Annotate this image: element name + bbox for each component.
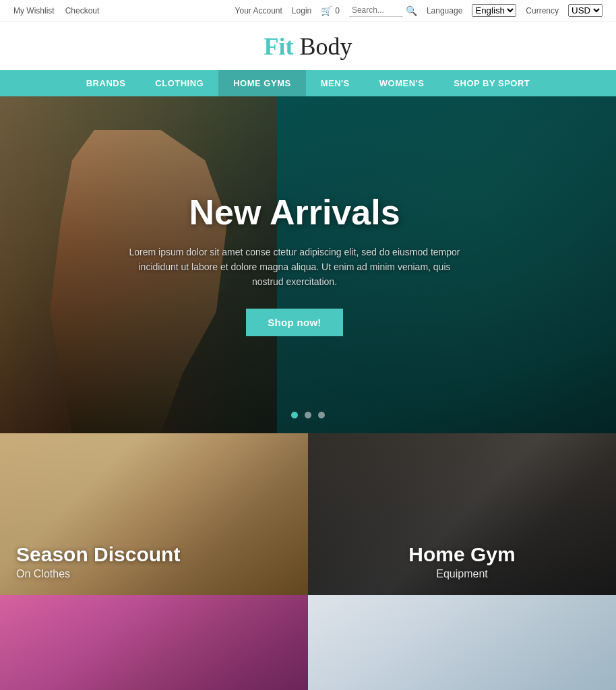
nav-shop-by-sport[interactable]: SHOP BY SPORT <box>439 70 545 96</box>
search-input[interactable] <box>349 4 403 17</box>
promo-card-home-gym[interactable]: Home Gym Equipment <box>308 433 616 595</box>
language-select[interactable]: English <box>472 4 516 17</box>
language-label: Language <box>427 6 462 15</box>
top-bar-right: Your Account Login 🛒 0 🔍 Language Englis… <box>235 4 603 17</box>
search-button[interactable]: 🔍 <box>406 5 417 16</box>
promo-card-clearance[interactable]: Clearance Up to 80% off <box>0 595 308 690</box>
checkout-link[interactable]: Checkout <box>65 6 100 15</box>
nav-clothing[interactable]: CLOTHING <box>140 70 218 96</box>
top-bar-left: My Wishlist Checkout <box>13 6 99 15</box>
clearance-bg <box>0 595 308 690</box>
hero-dots <box>291 412 325 418</box>
season-discount-label: Season Discount On Clothes <box>0 530 308 595</box>
cart-wrap[interactable]: 🛒 0 <box>321 5 340 16</box>
promo-grid: Season Discount On Clothes Home Gym Equi… <box>0 433 616 690</box>
hero-dot-3[interactable] <box>318 412 325 418</box>
my-wishlist-link[interactable]: My Wishlist <box>13 6 55 15</box>
logo-fit[interactable]: Fit <box>264 33 294 60</box>
home-gym-title: Home Gym <box>324 542 600 567</box>
hero-banner: New Arrivals Lorem ipsum dolor sit amet … <box>0 96 616 433</box>
season-discount-title: Season Discount <box>16 542 292 567</box>
top-bar: My Wishlist Checkout Your Account Login … <box>0 0 616 22</box>
hero-description: Lorem ipsum dolor sit amet conse ctetur … <box>126 245 463 290</box>
login-link[interactable]: Login <box>292 6 311 15</box>
season-discount-subtitle: On Clothes <box>16 568 292 580</box>
cart-icon: 🛒 <box>321 5 332 16</box>
currency-label: Currency <box>526 6 559 15</box>
hero-title: New Arrivals <box>189 193 400 232</box>
main-nav: BRANDS CLOTHING HOME GYMS MEN'S WOMEN'S … <box>0 70 616 96</box>
cart-count: 0 <box>335 6 340 15</box>
nav-mens[interactable]: MEN'S <box>306 70 365 96</box>
yoga-bg <box>308 595 616 690</box>
hero-dot-2[interactable] <box>305 412 311 418</box>
nav-home-gyms[interactable]: HOME GYMS <box>218 70 305 96</box>
nav-brands[interactable]: BRANDS <box>71 70 141 96</box>
search-wrap: 🔍 <box>349 4 417 17</box>
home-gym-subtitle: Equipment <box>324 568 600 580</box>
logo-body[interactable]: Body <box>293 33 352 60</box>
hero-content: New Arrivals Lorem ipsum dolor sit amet … <box>0 96 616 433</box>
your-account-link[interactable]: Your Account <box>235 6 282 15</box>
currency-select[interactable]: USD <box>568 4 603 17</box>
home-gym-label: Home Gym Equipment <box>308 530 616 595</box>
nav-womens[interactable]: WOMEN'S <box>365 70 439 96</box>
promo-card-yoga[interactable]: Yoga Equipment <box>308 595 616 690</box>
shop-now-button[interactable]: Shop now! <box>246 309 342 336</box>
promo-card-season-discount[interactable]: Season Discount On Clothes <box>0 433 308 595</box>
hero-dot-1[interactable] <box>291 412 298 418</box>
logo-bar: Fit Body <box>0 22 616 70</box>
